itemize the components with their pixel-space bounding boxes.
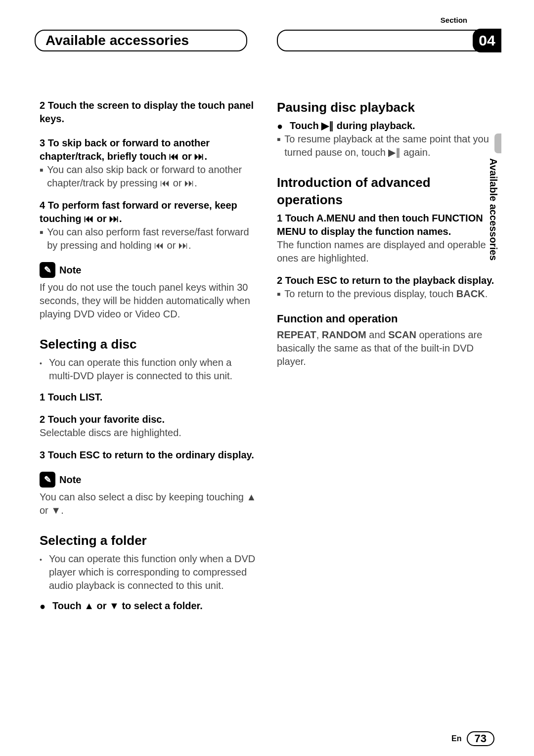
step-3: 3 To skip back or forward to another cha…: [40, 136, 257, 163]
bullet-large-icon: ●: [40, 601, 45, 613]
heading-selecting-folder: Selecting a folder: [40, 532, 257, 549]
adv-step-1-body: The function names are displayed and ope…: [277, 238, 494, 265]
step-2: 2 Touch the screen to display the touch …: [40, 99, 257, 126]
column-left: 2 Touch the screen to display the touch …: [40, 99, 257, 613]
thumb-index-gray: [494, 133, 501, 153]
step-4: 4 To perform fast forward or reverse, ke…: [40, 199, 257, 225]
note-label: Note: [59, 473, 81, 487]
bullet-dot-icon: •: [40, 555, 42, 592]
disc-bullet: • You can operate this function only whe…: [40, 356, 257, 383]
adv-step-2: 2 Touch ESC to return to the playback di…: [277, 274, 494, 287]
heading-pausing: Pausing disc playback: [277, 99, 494, 116]
pencil-icon: ✎: [40, 262, 55, 278]
note-1-header: ✎ Note: [40, 262, 257, 278]
fo-random: RANDOM: [322, 329, 366, 340]
fo-scan: SCAN: [388, 329, 416, 340]
adv-note-bold: BACK: [456, 288, 485, 299]
page-footer: En 73: [451, 731, 494, 746]
heading-selecting-disc: Selecting a disc: [40, 336, 257, 353]
page-header: Section Available accessories 04: [40, 20, 494, 54]
bullet-square-icon: ■: [40, 228, 43, 252]
note-1-body: If you do not use the touch panel keys w…: [40, 281, 257, 321]
footer-lang: En: [451, 734, 461, 743]
note-2-body: You can also select a disc by keeping to…: [40, 490, 257, 517]
disc-step-2-body: Selectable discs are highlighted.: [40, 426, 257, 440]
disc-step-2: 2 Touch your favorite disc.: [40, 413, 257, 426]
chapter-title: Available accessories: [45, 33, 189, 48]
chapter-title-pill: Available accessories: [35, 30, 247, 51]
disc-bullet-text: You can operate this function only when …: [49, 356, 257, 383]
bullet-dot-icon: •: [40, 359, 42, 383]
step-3-note: ■ You can also skip back or forward to a…: [40, 163, 257, 190]
note-2-header: ✎ Note: [40, 472, 257, 488]
disc-step-3: 3 Touch ESC to return to the ordinary di…: [40, 448, 257, 462]
bullet-square-icon: ■: [277, 290, 280, 301]
footer-page-number: 73: [467, 731, 494, 746]
adv-step-2-note: ■ To return to the previous display, tou…: [277, 287, 494, 301]
pause-note: ■ To resume playback at the same point t…: [277, 133, 494, 159]
pencil-icon: ✎: [40, 472, 55, 488]
folder-bullet-text: You can operate this function only when …: [49, 552, 257, 592]
chapter-number-badge: 04: [473, 29, 501, 52]
bullet-large-icon: ●: [277, 121, 283, 133]
folder-action: ● Touch ▲ or ▼ to select a folder.: [40, 599, 257, 613]
function-operation-body: REPEAT, RANDOM and SCAN operations are b…: [277, 328, 494, 368]
step-4-note-text: You can also perform fast reverse/fast f…: [47, 225, 257, 252]
note-label: Note: [59, 264, 81, 277]
adv-note-post: .: [485, 288, 488, 299]
adv-step-2-note-text: To return to the previous display, touch…: [284, 287, 488, 301]
heading-advanced: Introduction of advanced operations: [277, 174, 494, 209]
fo-sep2: and: [366, 329, 388, 340]
folder-action-text: Touch ▲ or ▼ to select a folder.: [52, 599, 203, 613]
bullet-square-icon: ■: [40, 166, 43, 190]
content-columns: 2 Touch the screen to display the touch …: [40, 99, 494, 613]
fo-repeat: REPEAT: [277, 329, 316, 340]
adv-note-pre: To return to the previous display, touch: [284, 288, 456, 299]
manual-page: Section Available accessories 04 Availab…: [40, 20, 494, 736]
step-4-note: ■ You can also perform fast reverse/fast…: [40, 225, 257, 252]
header-pill-right: [277, 30, 499, 51]
pause-note-text: To resume playback at the same point tha…: [284, 133, 494, 159]
step-3-note-text: You can also skip back or forward to ano…: [47, 163, 257, 190]
folder-bullet: • You can operate this function only whe…: [40, 552, 257, 592]
section-label: Section: [441, 16, 467, 24]
pause-action: ● Touch ▶∥ during playback.: [277, 119, 494, 133]
column-right: Pausing disc playback ● Touch ▶∥ during …: [277, 99, 494, 613]
heading-function-operation: Function and operation: [277, 311, 494, 326]
pause-action-text: Touch ▶∥ during playback.: [290, 119, 415, 133]
bullet-square-icon: ■: [277, 135, 280, 159]
adv-step-1: 1 Touch A.MENU and then touch FUNCTION M…: [277, 212, 494, 238]
fo-sep1: ,: [316, 329, 322, 340]
disc-step-1: 1 Touch LIST.: [40, 391, 257, 404]
